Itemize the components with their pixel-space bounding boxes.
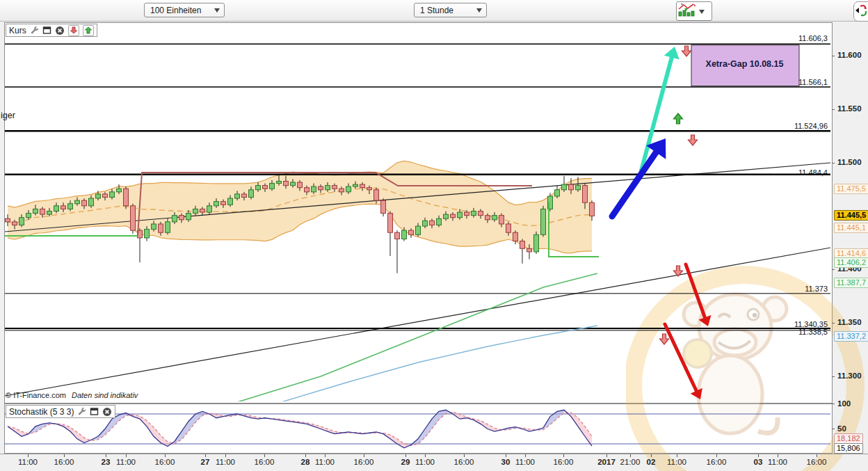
candlestick bbox=[82, 200, 87, 206]
ma-green bbox=[237, 273, 597, 401]
level-price-label: 11.484,4 bbox=[798, 168, 828, 177]
candlestick bbox=[6, 218, 10, 222]
candlestick bbox=[367, 188, 372, 190]
price-axis-label: 11.300 bbox=[837, 372, 862, 380]
candlestick bbox=[569, 184, 574, 190]
time-axis-tick bbox=[64, 454, 65, 457]
time-axis-label: 03 bbox=[754, 458, 763, 466]
up-signal-arrow-icon bbox=[674, 113, 683, 124]
candlestick bbox=[152, 224, 156, 230]
candlestick bbox=[332, 186, 337, 189]
copyright-disclaimer: Daten sind indikativ bbox=[72, 391, 138, 399]
time-axis-label: 28 bbox=[301, 458, 310, 466]
units-dropdown[interactable]: 100 Einheiten bbox=[144, 3, 225, 17]
candlestick bbox=[485, 216, 490, 220]
stochastic-panel bbox=[4, 404, 833, 454]
stoch-axis-tick bbox=[832, 429, 835, 429]
time-axis-label: 29 bbox=[401, 458, 410, 466]
time-axis-tick bbox=[225, 454, 226, 457]
level-price-label: 11.606,3 bbox=[798, 34, 828, 42]
time-axis-tick bbox=[758, 454, 759, 457]
candlestick bbox=[54, 206, 59, 211]
panel-collapse-button[interactable] bbox=[853, 1, 868, 22]
time-axis-label: 11:00 bbox=[768, 458, 787, 466]
timeframe-dropdown[interactable]: 1 Stunde bbox=[414, 3, 487, 17]
time-axis-label: 30 bbox=[501, 458, 511, 466]
time-axis-label: 21:00 bbox=[620, 458, 641, 466]
candlestick bbox=[527, 248, 532, 252]
price-axis-tick bbox=[832, 56, 835, 56]
price-alert-box: 11.337,2 bbox=[834, 331, 868, 342]
time-axis-tick bbox=[325, 454, 326, 457]
time-axis-label: 11:00 bbox=[216, 458, 235, 466]
last-price-box: 11.445,5 bbox=[834, 210, 868, 221]
candlestick bbox=[228, 198, 233, 205]
time-axis-label: 11:00 bbox=[667, 458, 686, 466]
price-axis-label: 11.550 bbox=[837, 104, 862, 113]
time-axis-label: 16:00 bbox=[54, 458, 74, 466]
top-toolbar: 100 Einheiten 1 Stunde bbox=[0, 0, 868, 22]
time-axis-tick bbox=[778, 454, 778, 457]
panel-collapse-icon bbox=[854, 2, 868, 19]
candlestick bbox=[235, 194, 240, 198]
forecast-up-blue[interactable] bbox=[612, 152, 656, 216]
candlestick bbox=[40, 209, 45, 214]
forecast-down-red-2[interactable] bbox=[665, 324, 696, 391]
candlestick bbox=[117, 189, 122, 192]
window-icon[interactable] bbox=[42, 26, 51, 35]
window-icon[interactable] bbox=[90, 407, 99, 416]
move-panel-down-button[interactable] bbox=[68, 25, 79, 36]
price-panel-title: Kurs bbox=[9, 26, 26, 35]
candlestick bbox=[145, 230, 150, 238]
candlestick bbox=[61, 206, 66, 209]
candlestick bbox=[339, 189, 344, 192]
time-axis-label: 11:00 bbox=[315, 458, 335, 466]
stoch-axis-label: 100 bbox=[837, 399, 851, 408]
candlestick bbox=[110, 192, 115, 198]
timeframe-dropdown-value: 1 Stunde bbox=[420, 6, 471, 15]
arrow-down-icon bbox=[70, 26, 77, 34]
candlestick bbox=[576, 186, 581, 190]
price-axis-tick bbox=[832, 323, 835, 324]
time-axis-label: 2017 bbox=[597, 458, 616, 466]
wrench-icon[interactable] bbox=[77, 407, 86, 416]
candlestick bbox=[75, 200, 80, 204]
close-icon[interactable] bbox=[55, 26, 65, 35]
level-price-label: 11.373 bbox=[805, 285, 828, 293]
candlestick bbox=[395, 232, 400, 239]
candlestick bbox=[13, 222, 17, 225]
time-axis-label: 11:00 bbox=[116, 458, 136, 466]
candlestick bbox=[103, 194, 108, 198]
time-axis-label: 16:00 bbox=[255, 458, 275, 466]
candlestick bbox=[374, 190, 379, 200]
chart-type-button[interactable] bbox=[676, 1, 712, 21]
close-icon[interactable] bbox=[102, 407, 112, 417]
candlestick bbox=[179, 216, 184, 220]
time-axis-tick bbox=[563, 454, 564, 457]
price-axis-tick bbox=[832, 109, 835, 110]
candlestick bbox=[590, 202, 595, 216]
move-panel-up-button[interactable] bbox=[83, 25, 94, 36]
price-alert-box: 11.406,2 bbox=[834, 257, 868, 268]
candlestick bbox=[305, 188, 310, 192]
time-axis-tick bbox=[264, 454, 265, 457]
stoch-k-value-box: 15,806 bbox=[834, 443, 863, 454]
wrench-icon[interactable] bbox=[30, 26, 39, 35]
candlestick bbox=[131, 206, 136, 230]
candlestick bbox=[444, 214, 449, 218]
time-axis-tick bbox=[28, 454, 29, 457]
level-price-label: 11.566,1 bbox=[798, 78, 828, 86]
price-axis-label: 11.600 bbox=[837, 51, 862, 59]
candlestick bbox=[360, 184, 365, 188]
price-axis: 11.60011.55011.50011.40011.35011.30011.4… bbox=[831, 22, 868, 452]
candlestick bbox=[541, 209, 546, 234]
time-axis-label: 16:00 bbox=[807, 458, 827, 466]
candlestick bbox=[451, 214, 456, 218]
time-axis: 11:0016:002311:0016:002711:0016:002811:0… bbox=[0, 454, 868, 471]
copyright-source: © IT-Finance.com bbox=[6, 391, 66, 399]
candlestick bbox=[124, 189, 129, 206]
candlestick bbox=[166, 222, 170, 232]
candlestick bbox=[423, 221, 428, 226]
candlestick bbox=[270, 184, 275, 189]
arrow-up-icon bbox=[85, 26, 92, 34]
